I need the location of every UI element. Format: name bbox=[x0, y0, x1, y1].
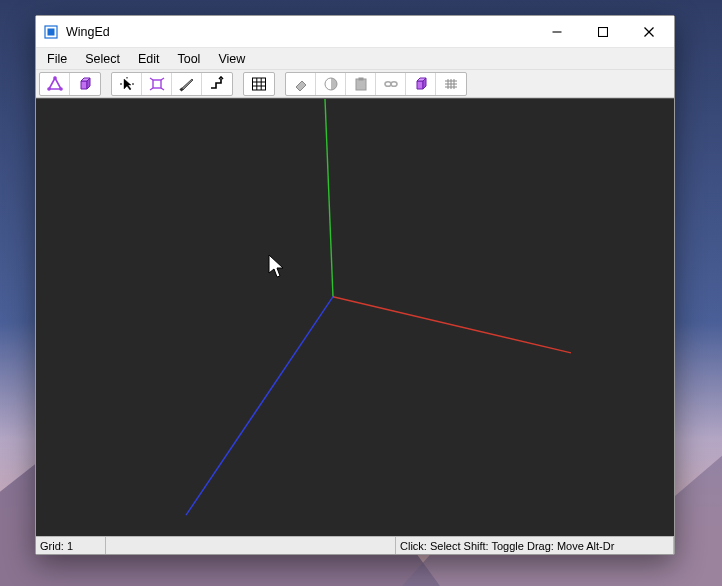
tool-knife[interactable] bbox=[172, 73, 202, 95]
tool-clipboard[interactable] bbox=[346, 73, 376, 95]
link-icon bbox=[382, 76, 400, 92]
tool-select-vertex[interactable] bbox=[40, 73, 70, 95]
svg-point-9 bbox=[59, 87, 63, 91]
svg-line-19 bbox=[161, 78, 164, 80]
svg-point-34 bbox=[391, 81, 397, 86]
close-icon bbox=[644, 27, 654, 37]
window-title: WingEd bbox=[64, 25, 534, 39]
tool-extrude[interactable] bbox=[202, 73, 232, 95]
tool-select-cube[interactable] bbox=[70, 73, 100, 95]
desktop-background: WingEd File Select Edit bbox=[0, 0, 722, 586]
svg-marker-13 bbox=[124, 79, 131, 90]
tool-shaded-cube[interactable] bbox=[406, 73, 436, 95]
tool-pointer[interactable] bbox=[112, 73, 142, 95]
tool-scale[interactable] bbox=[142, 73, 172, 95]
app-window: WingEd File Select Edit bbox=[35, 15, 675, 555]
menu-file[interactable]: File bbox=[38, 48, 76, 69]
svg-rect-3 bbox=[599, 27, 608, 36]
svg-point-7 bbox=[53, 76, 57, 80]
menu-edit[interactable]: Edit bbox=[129, 48, 169, 69]
shaded-icon bbox=[322, 76, 340, 92]
tool-shaded-view[interactable] bbox=[316, 73, 346, 95]
menu-bar: File Select Edit Tool View bbox=[36, 48, 674, 70]
scale-icon bbox=[148, 76, 166, 92]
clipboard-icon bbox=[352, 76, 370, 92]
maximize-button[interactable] bbox=[580, 16, 626, 48]
tool-link[interactable] bbox=[376, 73, 406, 95]
toolbar bbox=[36, 70, 674, 98]
status-grid-value: 1 bbox=[67, 540, 73, 552]
minimize-icon bbox=[552, 27, 562, 37]
svg-line-18 bbox=[150, 78, 153, 80]
axes-grid-icon bbox=[442, 76, 460, 92]
knife-icon bbox=[178, 76, 196, 92]
app-icon bbox=[38, 24, 64, 40]
viewport-axes bbox=[36, 99, 674, 536]
svg-rect-31 bbox=[356, 79, 366, 90]
axis-z bbox=[186, 297, 333, 516]
status-help-cell: Click: Select Shift: Toggle Drag: Move A… bbox=[396, 537, 674, 554]
svg-marker-35 bbox=[417, 81, 423, 89]
cube-tool-icon bbox=[76, 76, 94, 92]
status-bar: Grid: 1 Click: Select Shift: Toggle Drag… bbox=[36, 536, 674, 554]
svg-line-21 bbox=[161, 88, 164, 90]
svg-point-33 bbox=[385, 81, 391, 86]
svg-point-8 bbox=[47, 87, 51, 91]
title-bar[interactable]: WingEd bbox=[36, 16, 674, 48]
svg-marker-22 bbox=[181, 79, 193, 90]
svg-rect-17 bbox=[153, 80, 161, 88]
axis-x bbox=[333, 297, 571, 353]
svg-rect-1 bbox=[48, 28, 55, 35]
svg-rect-32 bbox=[358, 77, 363, 80]
tool-grid-toggle[interactable] bbox=[244, 73, 274, 95]
vertex-tool-icon bbox=[46, 76, 64, 92]
tool-axes-grid[interactable] bbox=[436, 73, 466, 95]
close-button[interactable] bbox=[626, 16, 672, 48]
tool-eraser[interactable] bbox=[286, 73, 316, 95]
extrude-icon bbox=[208, 76, 226, 92]
shaded-cube-icon bbox=[412, 76, 430, 92]
minimize-button[interactable] bbox=[534, 16, 580, 48]
menu-tool[interactable]: Tool bbox=[168, 48, 209, 69]
status-blank-cell bbox=[106, 537, 396, 554]
svg-marker-29 bbox=[296, 81, 306, 91]
svg-marker-10 bbox=[81, 81, 87, 89]
3d-viewport[interactable] bbox=[36, 98, 674, 536]
svg-rect-24 bbox=[253, 78, 266, 90]
svg-line-20 bbox=[150, 88, 153, 90]
eraser-icon bbox=[292, 76, 310, 92]
menu-view[interactable]: View bbox=[209, 48, 254, 69]
status-grid-label: Grid: bbox=[40, 540, 64, 552]
grid-icon bbox=[250, 76, 268, 92]
status-help-text: Click: Select Shift: Toggle Drag: Move A… bbox=[400, 540, 614, 552]
axis-y bbox=[325, 99, 333, 297]
pointer-icon bbox=[118, 76, 136, 92]
maximize-icon bbox=[598, 27, 608, 37]
menu-select[interactable]: Select bbox=[76, 48, 129, 69]
status-grid-cell: Grid: 1 bbox=[36, 537, 106, 554]
